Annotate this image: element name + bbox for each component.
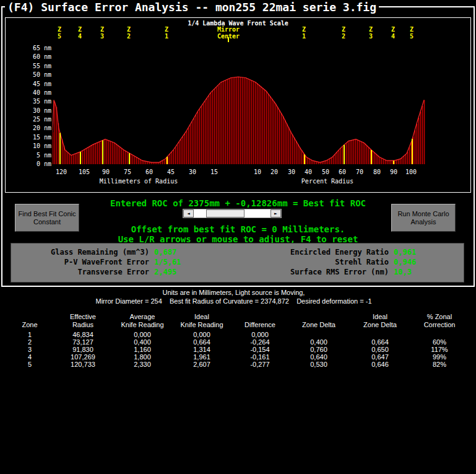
roc-offset-scrollbar[interactable]: ◄ ► (183, 209, 282, 218)
wavefront-chart: 1/4 Lambda Wave Front Scale Z5Z4Z3Z2Z1Mi… (5, 17, 471, 193)
table-row: 391,8301,1601,314-0,1540,7600,650117% (6, 346, 468, 353)
stat-row: Transverse Error2,495 (19, 267, 181, 277)
x-tick-label: 40 (299, 169, 318, 175)
stat-label: Transverse Error (19, 267, 149, 277)
x-tick-label: 100 (402, 169, 420, 175)
table-cell: 117% (411, 346, 468, 353)
table-cell: 0,400 (288, 338, 349, 346)
table-cell: 0,646 (349, 361, 411, 368)
table-cell: 2,607 (172, 361, 232, 368)
zone-label: Z1 (296, 26, 311, 40)
table-cell: 46,834 (53, 331, 113, 338)
table-cell: -0,264 (232, 338, 288, 346)
stat-row: Surface RMS Error (nm)10,3 (240, 267, 416, 277)
table-cell: 4 (6, 353, 53, 361)
scroll-left-button[interactable]: ◄ (183, 209, 194, 217)
table-cell (288, 331, 349, 338)
scroll-right-button[interactable]: ► (270, 209, 281, 217)
table-cell: -0,154 (232, 346, 288, 353)
y-tick-label: 65 nm (33, 45, 51, 51)
button-label-line: Run Monte Carlo (392, 210, 455, 218)
zone-label: Z2 (336, 26, 351, 40)
zone-table-head-row: ZoneEffectiveRadiusAverageKnife ReadingI… (6, 313, 468, 331)
table-cell: 0,400 (113, 338, 172, 346)
stat-value: 0,946 (394, 258, 416, 266)
x-tick-label: 30 (282, 169, 301, 175)
scrollbar-track[interactable] (194, 209, 270, 217)
zone-label: Z3 (95, 26, 110, 40)
x-tick-label: 60 (333, 169, 352, 175)
zone-label: Z3 (363, 26, 378, 40)
column-header: IdealKnife Reading (172, 313, 232, 331)
table-cell: 0,647 (349, 353, 411, 361)
zone-label: Z2 (121, 26, 136, 40)
x-tick-label: 45 (162, 169, 180, 175)
x-axis-ticks: 120105907560453015102030405060708090100 (6, 169, 472, 176)
stats-left: Glass Remaining (mm^3)0,687P-V WaveFront… (19, 247, 181, 277)
button-label-line: Find Best Fit Conic (15, 210, 79, 218)
table-cell: 5 (6, 361, 53, 368)
main-window: (F4) Surface Error Analysis -- mon255 22… (1, 6, 475, 287)
table-cell: 1,961 (172, 353, 232, 361)
table-cell: 60% (411, 338, 468, 346)
table-cell: 0,000 (113, 331, 172, 338)
left-arrow-icon: ◄ (187, 211, 190, 216)
stat-label: Surface RMS Error (nm) (240, 267, 389, 277)
stat-value: 0,687 (154, 248, 176, 257)
x-tick-label: 90 (384, 169, 403, 175)
x-tick-label: 105 (75, 169, 93, 175)
x-tick-label: 75 (118, 169, 137, 175)
table-cell: 0,664 (172, 338, 232, 346)
y-tick-label: 55 nm (33, 63, 51, 69)
table-row: 5120,7332,3302,607-0,2770,5300,64682% (6, 361, 468, 368)
y-tick-label: 40 nm (33, 89, 51, 96)
y-tick-label: 25 nm (33, 116, 51, 123)
y-tick-label: 60 nm (33, 53, 51, 60)
x-tick-label: 50 (316, 169, 335, 175)
right-arrow-icon: ► (274, 211, 277, 216)
table-cell: 0,000 (172, 331, 232, 338)
table-row: 4107,2691,8001,961-0,1610,6400,64799% (6, 353, 468, 361)
table-cell: 91,830 (53, 346, 113, 353)
table-cell: 1,160 (113, 346, 172, 353)
table-cell: 107,269 (53, 353, 113, 361)
mirror-params: Mirror Diameter = 254 Best fit Radius of… (0, 297, 467, 305)
y-tick-label: 5 nm (37, 152, 51, 159)
y-tick-label: 30 nm (33, 107, 51, 114)
table-cell: 2 (6, 338, 53, 346)
table-cell: -0,277 (232, 361, 288, 368)
table-cell: 82% (411, 361, 468, 368)
column-header: Zone Delta (288, 313, 349, 331)
x-tick-label: 90 (97, 169, 115, 175)
x-tick-label: 10 (248, 169, 267, 175)
x-tick-label: 30 (183, 169, 202, 175)
zone-label: Z5 (404, 26, 419, 40)
y-tick-label: 15 nm (33, 134, 51, 141)
table-cell (411, 331, 468, 338)
stat-label: Encircled Energy Ratio (240, 247, 389, 257)
table-row: 273,1270,4000,664-0,2640,4000,66460% (6, 338, 468, 346)
stat-value: 1/5,61 (154, 258, 181, 266)
table-cell: 0,650 (349, 346, 411, 353)
zone-readings-table: ZoneEffectiveRadiusAverageKnife ReadingI… (6, 313, 468, 368)
x-axis-label-mm: Millimeters of Radius (77, 178, 201, 185)
table-cell: 2,330 (113, 361, 172, 368)
zone-label: Z4 (72, 26, 87, 40)
table-cell: 3 (6, 346, 53, 353)
stat-label: P-V WaveFront Error (19, 257, 149, 267)
column-header: Difference (232, 313, 288, 331)
x-tick-label: 120 (52, 169, 71, 175)
table-cell: 0,664 (349, 338, 411, 346)
table-row: 146,8340,0000,0000,000 (6, 331, 468, 338)
x-tick-label: 60 (140, 169, 158, 175)
stat-row: P-V WaveFront Error1/5,61 (19, 257, 181, 267)
scrollbar-thumb[interactable] (206, 209, 244, 217)
y-axis-ticks: 65 nm60 nm55 nm50 nm45 nm40 nm35 nm30 nm… (24, 18, 51, 192)
table-cell (349, 331, 411, 338)
stat-value: 2,495 (154, 268, 176, 276)
column-header: % ZonalCorrection (411, 313, 468, 331)
table-cell: 1,314 (172, 346, 232, 353)
stat-label: Glass Remaining (mm^3) (19, 247, 149, 257)
y-tick-label: 35 nm (33, 98, 51, 105)
wavefront-plot (53, 43, 431, 167)
